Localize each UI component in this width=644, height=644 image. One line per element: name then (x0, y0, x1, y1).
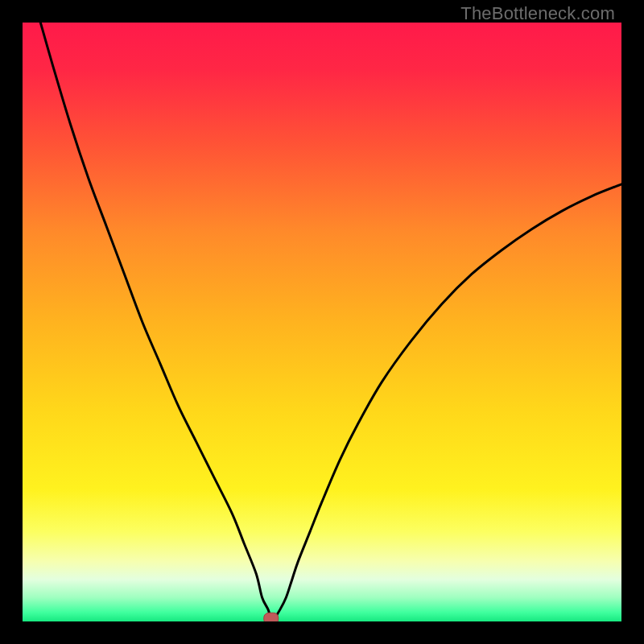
minimum-marker (264, 613, 279, 621)
chart-svg (23, 23, 621, 621)
watermark-label: TheBottleneck.com (460, 3, 615, 24)
chart-background (23, 23, 621, 621)
outer-frame: TheBottleneck.com (0, 0, 644, 644)
gradient-rect (23, 23, 621, 621)
